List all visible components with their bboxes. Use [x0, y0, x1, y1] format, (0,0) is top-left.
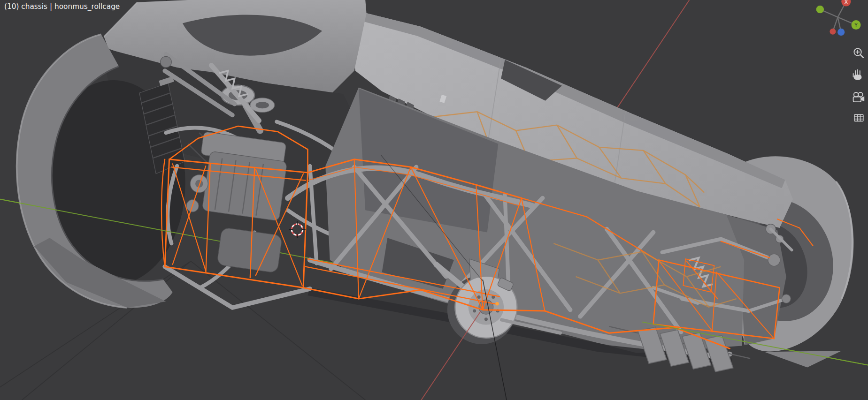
camera-view-icon: [853, 92, 865, 102]
zoom-button[interactable]: [854, 48, 863, 57]
object-origin-dot: [495, 302, 499, 306]
camera-button[interactable]: [853, 92, 865, 102]
axis-gizmo[interactable]: X Y: [816, 0, 861, 36]
gizmo-neg-y-ball[interactable]: [816, 6, 824, 14]
viewport-canvas[interactable]: (10) chassis | hoonmus_rollcage X Y: [0, 0, 868, 400]
pan-button[interactable]: [853, 70, 862, 80]
gizmo-y-label: Y: [854, 22, 858, 28]
blender-3d-viewport[interactable]: (10) chassis | hoonmus_rollcage X Y: [0, 0, 868, 400]
3d-cursor: [289, 221, 305, 238]
car-model[interactable]: [17, 0, 854, 372]
viewport-nav-controls: [853, 48, 865, 121]
grid-button[interactable]: [854, 114, 863, 121]
pan-hand-icon: [853, 70, 862, 80]
axis-x-line-upper: [614, 0, 690, 113]
grid-view-icon: [854, 114, 863, 121]
gizmo-neg-x-ball[interactable]: [830, 29, 836, 35]
viewport-header-text: (10) chassis | hoonmus_rollcage: [4, 2, 120, 11]
gizmo-x-label: X: [845, 0, 848, 5]
gizmo-z-ball[interactable]: [837, 29, 845, 36]
